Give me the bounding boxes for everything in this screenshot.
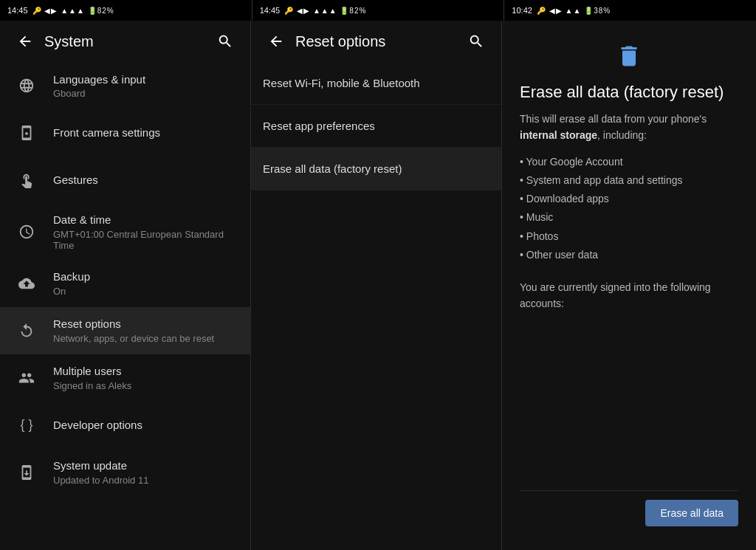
front-camera-icon <box>12 118 41 148</box>
reset-app-prefs-title: Reset app preferences <box>263 120 489 132</box>
erase-desc-after: , including: <box>597 129 647 141</box>
erase-all-data-title: Erase all data (factory reset) <box>263 162 489 175</box>
erase-data-panel: Erase all data (factory reset) This will… <box>502 21 756 550</box>
trash-icon <box>614 41 644 71</box>
panel2-title: Reset options <box>295 33 463 50</box>
erase-data-list: • Your Google Account • System and app d… <box>520 153 738 264</box>
erase-accounts-text: You are currently signed into the follow… <box>520 279 738 312</box>
developer-options-text: Developer options <box>53 418 238 433</box>
time-1: 14:45 <box>7 6 28 15</box>
reset-options-text: Reset options Network, apps, or device c… <box>53 317 238 344</box>
system-update-subtitle: Updated to Android 11 <box>53 475 238 486</box>
multiple-users-subtitle: Signed in as Aleks <box>53 380 238 391</box>
reset-wifi-item[interactable]: Reset Wi-Fi, mobile & Bluetooth <box>251 62 501 105</box>
back-button-panel2[interactable] <box>263 28 289 55</box>
date-time-title: Date & time <box>53 213 238 227</box>
sidebar-item-system-update[interactable]: System update Updated to Android 11 <box>0 449 250 496</box>
erase-all-button[interactable]: Erase all data <box>645 500 738 526</box>
dev-icon: { } <box>12 410 41 440</box>
reset-options-panel: Reset options Reset Wi-Fi, mobile & Blue… <box>251 21 502 550</box>
erase-description: This will erase all data from your phone… <box>520 111 738 144</box>
developer-options-title: Developer options <box>53 418 238 433</box>
sidebar-item-front-camera[interactable]: Front camera settings <box>0 109 250 157</box>
trash-icon-container <box>520 41 738 71</box>
status-bar-2: 14:45 🔑 ◀▶ ▲▲▲ 🔋82% <box>252 0 504 21</box>
gestures-title: Gestures <box>53 173 238 188</box>
search-button-panel2[interactable] <box>463 28 489 55</box>
status-icons-2: 🔑 ◀▶ ▲▲▲ 🔋82% <box>284 7 366 15</box>
status-icons-3: 🔑 ◀▶ ▲▲ 🔋38% <box>537 7 611 15</box>
sidebar-item-reset-options[interactable]: Reset options Network, apps, or device c… <box>0 307 250 354</box>
sidebar-item-backup[interactable]: Backup On <box>0 260 250 307</box>
sidebar-item-date-time[interactable]: Date & time GMT+01:00 Central European S… <box>0 204 250 260</box>
erase-button-container: Erase all data <box>520 490 738 535</box>
multiple-users-text: Multiple users Signed in as Aleks <box>53 364 238 391</box>
sidebar-item-developer-options[interactable]: { } Developer options <box>0 402 250 449</box>
erase-desc-bold: internal storage <box>520 129 597 141</box>
languages-text: Languages & input Gboard <box>53 72 238 100</box>
users-icon <box>12 363 41 393</box>
erase-list-item-4: • Photos <box>520 227 738 246</box>
multiple-users-title: Multiple users <box>53 364 238 379</box>
sidebar-item-multiple-users[interactable]: Multiple users Signed in as Aleks <box>0 354 250 402</box>
language-icon <box>12 71 41 100</box>
sidebar-item-gestures[interactable]: Gestures <box>0 157 250 204</box>
update-icon <box>12 458 41 487</box>
reset-app-prefs-item[interactable]: Reset app preferences <box>251 105 501 148</box>
erase-list-item-1: • System and app data and settings <box>520 171 738 190</box>
system-update-text: System update Updated to Android 11 <box>53 458 238 486</box>
backup-title: Backup <box>53 269 238 284</box>
date-time-text: Date & time GMT+01:00 Central European S… <box>53 213 238 251</box>
gestures-text: Gestures <box>53 173 238 188</box>
date-time-subtitle: GMT+01:00 Central European Standard Time <box>53 229 238 251</box>
sidebar-item-languages[interactable]: Languages & input Gboard <box>0 62 250 109</box>
backup-icon <box>12 269 41 298</box>
languages-title: Languages & input <box>53 72 238 87</box>
erase-list-item-0: • Your Google Account <box>520 153 738 171</box>
status-icons-1: 🔑 ◀▶ ▲▲▲ 🔋82% <box>32 7 114 15</box>
front-camera-text: Front camera settings <box>53 126 238 140</box>
time-2: 14:45 <box>260 6 281 15</box>
front-camera-title: Front camera settings <box>53 126 238 140</box>
erase-list-item-5: • Other user data <box>520 246 738 264</box>
erase-list-item-3: • Music <box>520 208 738 227</box>
panel1-title: System <box>44 33 212 50</box>
time-3: 10:42 <box>512 6 532 15</box>
reset-options-title: Reset options <box>53 317 238 331</box>
search-button-panel1[interactable] <box>212 28 238 55</box>
backup-text: Backup On <box>53 269 238 297</box>
back-button-panel1[interactable] <box>12 28 38 55</box>
status-bar-3: 10:42 🔑 ◀▶ ▲▲ 🔋38% <box>504 0 756 21</box>
panel1-header: System <box>0 21 250 62</box>
status-bar-1: 14:45 🔑 ◀▶ ▲▲▲ 🔋82% <box>0 0 252 21</box>
reset-options-subtitle: Network, apps, or device can be reset <box>53 333 238 344</box>
erase-all-data-item[interactable]: Erase all data (factory reset) <box>251 148 501 190</box>
reset-wifi-title: Reset Wi-Fi, mobile & Bluetooth <box>263 77 489 89</box>
backup-subtitle: On <box>53 286 238 297</box>
clock-icon <box>12 217 41 247</box>
panel2-header: Reset options <box>251 21 501 62</box>
reset-icon <box>12 316 41 346</box>
system-settings-panel: System Languages & input Gboard Front ca… <box>0 21 251 550</box>
system-update-title: System update <box>53 458 238 473</box>
erase-title: Erase all data (factory reset) <box>520 83 738 102</box>
erase-list-item-2: • Downloaded apps <box>520 190 738 208</box>
gestures-icon <box>12 165 41 195</box>
languages-subtitle: Gboard <box>53 88 238 99</box>
erase-desc-before: This will erase all data from your phone… <box>520 113 707 125</box>
